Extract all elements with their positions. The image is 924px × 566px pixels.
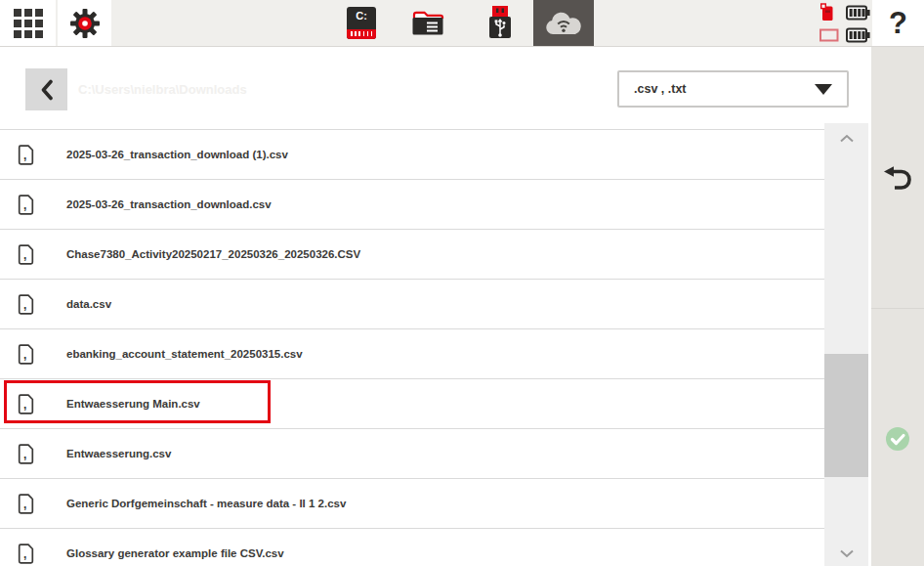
device-battery-row-2 (819, 25, 870, 44)
battery-full-icon (846, 27, 870, 43)
chevron-down-icon (839, 549, 855, 558)
confirm-button[interactable] (871, 309, 924, 566)
file-row[interactable]: , ebanking_account_statement_20250315.cs… (0, 329, 825, 379)
toolbar: C: (0, 0, 924, 47)
chevron-up-icon (839, 134, 855, 143)
undo-arrow-icon (882, 166, 913, 193)
drive-c-label: C: (347, 10, 376, 22)
usb-stick-icon (486, 6, 514, 39)
csv-file-icon: , (18, 294, 34, 315)
svg-text:,: , (23, 447, 26, 460)
apps-grid-icon (14, 9, 43, 38)
csv-file-icon: , (18, 494, 34, 514)
scrollbar[interactable] (824, 123, 868, 566)
current-path: C:\Users\nielbra\Downloads (78, 82, 247, 97)
scroll-thumb[interactable] (824, 354, 868, 477)
csv-file-icon: , (18, 544, 34, 564)
folder-icon (411, 9, 444, 37)
memory-card-icon: C: (347, 7, 376, 39)
file-name: Generic Dorfgemeinschaft - measure data … (66, 498, 346, 509)
svg-text:,: , (23, 397, 26, 411)
wifi-cloud-icon (543, 9, 584, 38)
file-name: Entwaesserung.csv (66, 448, 171, 459)
file-row[interactable]: , data.csv (0, 280, 825, 329)
csv-file-icon: , (18, 145, 34, 165)
device-battery-row-1 (819, 3, 870, 22)
file-name: Chase7380_Activity20250217_20250326_2025… (66, 248, 360, 260)
file-name: data.csv (66, 298, 111, 310)
svg-text:,: , (23, 297, 26, 311)
csv-file-icon: , (18, 444, 34, 464)
module-icon (819, 28, 839, 42)
back-button[interactable] (25, 68, 67, 110)
handheld-device-icon (819, 3, 834, 22)
csv-file-icon: , (18, 394, 34, 414)
csv-file-icon: , (18, 344, 34, 365)
settings-button[interactable] (58, 0, 111, 46)
file-name: Glossary generator example file CSV.csv (66, 547, 284, 559)
chevron-left-icon (40, 79, 54, 101)
svg-text:,: , (23, 197, 26, 211)
filter-value: .csv , .txt (634, 82, 687, 96)
file-list: , 2025-03-26_transaction_download (1).cs… (0, 129, 825, 566)
svg-text:,: , (23, 148, 26, 161)
file-row[interactable]: , Chase7380_Activity20250217_20250326_20… (0, 230, 825, 280)
gear-icon (68, 7, 102, 40)
svg-text:,: , (23, 347, 26, 361)
undo-button[interactable] (871, 47, 924, 308)
apps-menu-button[interactable] (0, 0, 56, 46)
file-row[interactable]: , 2025-03-26_transaction_download.csv (0, 180, 825, 230)
scroll-up-button[interactable] (824, 129, 868, 147)
chevron-down-icon (815, 84, 832, 95)
file-row[interactable]: , Glossary generator example file CSV.cs… (0, 529, 825, 566)
svg-text:,: , (23, 497, 26, 510)
help-button[interactable]: ? (872, 0, 924, 46)
checkmark-icon (885, 426, 910, 452)
file-browser-window: C: (0, 0, 924, 566)
file-name: 2025-03-26_transaction_download (1).csv (66, 149, 288, 160)
file-row[interactable]: , Entwaesserung.csv (0, 429, 825, 479)
csv-file-icon: , (18, 244, 34, 265)
file-name: ebanking_account_statement_20250315.csv (66, 348, 303, 360)
drive-c-button[interactable]: C: (347, 7, 376, 39)
file-type-filter-dropdown[interactable]: .csv , .txt (617, 70, 849, 108)
battery-status (819, 3, 870, 44)
file-name: Entwaesserung Main.csv (66, 398, 200, 410)
svg-text:,: , (23, 546, 26, 560)
file-row-selected[interactable]: , Entwaesserung Main.csv (0, 379, 825, 429)
file-row[interactable]: , Generic Dorfgemeinschaft - measure dat… (0, 479, 825, 529)
csv-file-icon: , (18, 195, 34, 215)
file-name: 2025-03-26_transaction_download.csv (66, 198, 272, 210)
local-folder-button[interactable] (411, 9, 444, 37)
battery-full-icon (846, 5, 870, 21)
side-panel (871, 47, 924, 566)
scroll-down-button[interactable] (824, 544, 868, 562)
file-row[interactable]: , 2025-03-26_transaction_download (1).cs… (0, 130, 825, 180)
usb-drive-button[interactable] (486, 6, 514, 39)
cloud-source-button[interactable] (533, 0, 594, 46)
question-mark-icon: ? (889, 8, 907, 38)
svg-text:,: , (23, 247, 26, 261)
